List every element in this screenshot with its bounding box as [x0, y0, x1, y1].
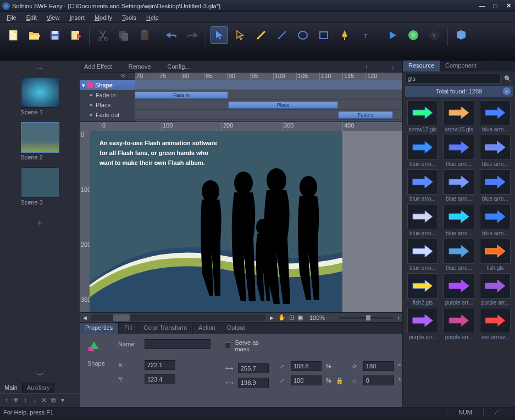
resource-item[interactable]: blue arro... [478, 169, 513, 202]
mini-add-icon[interactable]: + [2, 396, 11, 405]
resource-search-input[interactable] [405, 74, 501, 84]
resource-item[interactable]: blue arro... [441, 135, 477, 167]
mini-delete-icon[interactable]: ✕ [40, 396, 48, 405]
hand-tool-icon[interactable]: ✋ [278, 314, 286, 321]
pen-tool[interactable] [336, 26, 353, 44]
resource-item[interactable]: fish.gls [478, 239, 513, 271]
paste-button[interactable] [136, 26, 153, 44]
maximize-button[interactable]: □ [491, 2, 500, 10]
status-resize-icon[interactable]: ⋰ [483, 408, 512, 416]
resource-item[interactable]: purple arr... [405, 308, 440, 340]
save-button[interactable] [46, 26, 64, 44]
remove-effect-button[interactable]: Remove [129, 63, 151, 70]
new-button[interactable] [4, 26, 22, 44]
undo-button[interactable] [163, 26, 180, 44]
resource-item[interactable]: purple arr... [441, 273, 477, 306]
y-input[interactable] [145, 374, 175, 384]
add-scene-button[interactable]: + [31, 212, 48, 235]
h-scrollbar[interactable] [91, 314, 265, 321]
resource-item[interactable]: blue arro... [478, 204, 513, 236]
x-input[interactable] [145, 360, 175, 370]
lock-scale-icon[interactable]: 🔒 [336, 377, 341, 384]
layer-place[interactable]: ✦Place [80, 100, 135, 110]
zoom-full-icon[interactable]: ▣ [297, 314, 303, 321]
minimize-button[interactable]: — [478, 2, 486, 10]
tab-component[interactable]: Component [440, 60, 482, 71]
tab-auxiliary[interactable]: Auxiliary [23, 383, 55, 393]
play-button[interactable] [384, 26, 401, 44]
pencil-tool[interactable] [252, 26, 270, 44]
close-button[interactable]: ✕ [504, 2, 513, 10]
menu-file[interactable]: File [2, 13, 21, 22]
scalex-input[interactable] [291, 361, 322, 371]
preview-button[interactable] [405, 26, 422, 44]
scene-item[interactable]: Scene 3 [21, 167, 59, 210]
resource-item[interactable]: blue arro... [478, 100, 513, 132]
skew-input[interactable] [363, 375, 394, 385]
scroll-right-icon[interactable]: ► [269, 314, 275, 321]
mask-checkbox[interactable] [225, 342, 230, 349]
config-effect-button[interactable]: Config... [168, 63, 190, 70]
lock-icon[interactable]: □ [129, 73, 132, 80]
effect-down-button[interactable]: ↓ [388, 62, 398, 71]
mini-up-icon[interactable]: ↑ [21, 396, 30, 405]
menu-modify[interactable]: Modify [90, 13, 117, 22]
canvas[interactable]: 0100200300400 [90, 122, 402, 312]
subselect-tool[interactable] [231, 26, 249, 44]
redo-button[interactable] [184, 26, 201, 44]
zoom-value[interactable]: 100% [306, 314, 328, 321]
line-tool[interactable] [273, 26, 291, 44]
menu-help[interactable]: Help [142, 13, 163, 22]
menu-view[interactable]: View [42, 13, 64, 22]
height-input[interactable] [238, 378, 269, 388]
menu-insert[interactable]: Insert [65, 13, 89, 22]
tab-action[interactable]: Action [193, 323, 221, 334]
resource-item[interactable]: fish2.gls [405, 273, 440, 306]
width-input[interactable] [238, 363, 269, 373]
tab-properties[interactable]: Properties [80, 323, 119, 334]
search-icon[interactable]: 🔍 [503, 74, 513, 84]
zoom-fit-icon[interactable]: ⊡ [289, 314, 294, 321]
found-dropdown-icon[interactable]: ▾ [503, 87, 511, 95]
layer-shape[interactable]: ▾ Shape [80, 80, 135, 90]
scene-item[interactable]: Scene 2 [21, 122, 59, 165]
timeline-tracks[interactable]: 707580859095100105110115120 Fade in Plac… [135, 73, 402, 121]
help-button[interactable] [452, 26, 470, 44]
copy-button[interactable] [115, 26, 132, 44]
zoom-in-icon[interactable]: + [397, 314, 400, 321]
mini-down-icon[interactable]: ↓ [30, 396, 39, 405]
stage[interactable]: An easy-to-use Flash animation software … [90, 131, 342, 312]
scene-down-button[interactable]: ﹀ [36, 371, 44, 379]
mini-more-icon[interactable]: ▾ [58, 396, 67, 405]
rotate-input[interactable] [363, 361, 394, 371]
resource-item[interactable]: blue arro... [441, 204, 477, 236]
tab-main[interactable]: Main [0, 383, 23, 393]
resource-item[interactable]: arrow12.gls [405, 100, 440, 132]
zoom-out-icon[interactable]: − [331, 314, 335, 321]
resource-item[interactable]: blue arro... [405, 135, 440, 167]
resource-item[interactable]: blue arro... [405, 169, 440, 202]
resource-item[interactable]: blue arro... [405, 239, 440, 271]
scene-item[interactable]: Scene 1 [21, 77, 59, 120]
layer-fadein[interactable]: ✦Fade in [80, 90, 135, 100]
publish-button[interactable] [425, 26, 443, 44]
resource-item[interactable]: red arrow... [478, 308, 513, 340]
resource-item[interactable]: blue arro... [405, 204, 440, 236]
text-tool[interactable]: T [357, 26, 374, 44]
add-effect-button[interactable]: Add Effect [84, 63, 112, 70]
layer-fadeout[interactable]: ✦Fade out [80, 110, 135, 120]
rect-tool[interactable] [315, 26, 333, 44]
visibility-icon[interactable]: 👁 [120, 73, 126, 80]
resource-item[interactable]: blue arro... [441, 169, 477, 202]
tab-colortransform[interactable]: Color Transform [138, 323, 193, 334]
menu-tools[interactable]: Tools [118, 13, 141, 22]
effect-up-button[interactable]: ↑ [362, 62, 372, 71]
scroll-left-icon[interactable]: ◄ [82, 314, 88, 321]
cut-button[interactable] [94, 26, 112, 44]
oval-tool[interactable] [294, 26, 312, 44]
name-input[interactable] [145, 339, 211, 349]
resource-item[interactable]: purple arr... [441, 308, 477, 340]
tab-fill[interactable]: Fill [119, 323, 138, 334]
resource-item[interactable]: blue arro... [441, 239, 477, 271]
scene-up-button[interactable]: ︿ [36, 63, 44, 71]
